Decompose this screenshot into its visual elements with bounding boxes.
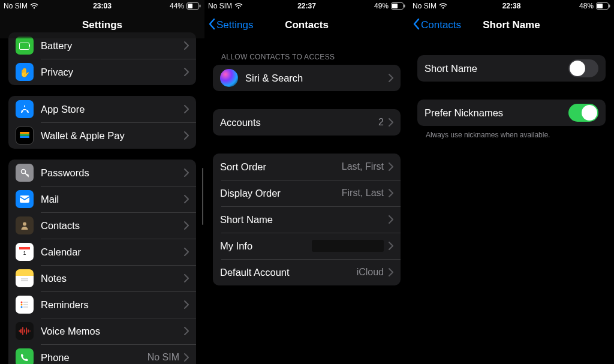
section-footer: Always use nicknames when available. <box>426 131 597 139</box>
chevron-right-icon <box>184 221 189 230</box>
row-label: Privacy <box>41 67 184 78</box>
chevron-right-icon <box>184 274 189 282</box>
nav-title: Settings <box>82 19 122 31</box>
svg-rect-5 <box>20 136 29 138</box>
svg-text:1: 1 <box>23 250 26 256</box>
row-reminders[interactable]: Reminders <box>8 291 196 318</box>
section-header-allow: ALLOW CONTACTS TO ACCESS <box>221 53 392 61</box>
row-accounts[interactable]: Accounts 2 <box>213 109 401 136</box>
chevron-right-icon <box>389 189 393 197</box>
chevron-right-icon <box>184 68 189 76</box>
chevron-right-icon <box>389 242 393 250</box>
row-mail[interactable]: Mail <box>8 186 196 212</box>
waveform-icon <box>16 322 34 340</box>
short-name-toggle[interactable] <box>568 59 598 77</box>
status-bar: No SIM 22:38 48% <box>409 0 614 12</box>
row-siri-search[interactable]: Siri & Search <box>213 65 401 91</box>
row-label: Display Order <box>220 188 342 199</box>
svg-point-14 <box>21 302 23 303</box>
svg-rect-4 <box>20 134 29 136</box>
row-default-account[interactable]: Default Account iCloud <box>213 259 401 285</box>
carrier-text: No SIM <box>4 2 28 10</box>
nav-title: Short Name <box>483 19 540 31</box>
nav-bar: Contacts Short Name <box>409 12 614 38</box>
clock-text: 22:37 <box>297 2 316 10</box>
svg-rect-3 <box>20 132 29 134</box>
svg-rect-7 <box>20 195 29 203</box>
settings-scroll[interactable]: Battery ✋ Privacy App Store Wallet & App… <box>0 32 204 364</box>
clock-text: 22:38 <box>502 2 521 10</box>
chevron-right-icon <box>184 327 189 335</box>
battery-pct-text: 44% <box>170 2 184 10</box>
back-button[interactable]: Settings <box>208 18 253 33</box>
row-label: Accounts <box>220 117 378 128</box>
chevron-right-icon <box>389 118 393 127</box>
battery-icon <box>16 37 34 55</box>
row-calendar[interactable]: 1 Calendar <box>8 239 196 265</box>
group-siri: Siri & Search <box>213 65 401 91</box>
group-prefer-nicknames: Prefer Nicknames <box>417 100 606 126</box>
person-icon <box>16 216 34 234</box>
row-phone[interactable]: Phone No SIM <box>8 344 196 364</box>
screen-short-name: No SIM 22:38 48% Contacts Short Name Sho… <box>409 0 614 364</box>
carrier-text: No SIM <box>413 2 437 10</box>
nav-bar: Settings Contacts <box>204 12 409 38</box>
row-privacy[interactable]: ✋ Privacy <box>8 59 196 85</box>
hand-icon: ✋ <box>16 63 34 81</box>
battery-icon <box>596 2 610 10</box>
row-label: App Store <box>41 104 184 115</box>
wallet-icon <box>16 127 34 145</box>
prefer-nicknames-toggle[interactable] <box>568 104 598 122</box>
battery-icon <box>391 2 405 10</box>
row-short-name-toggle: Short Name <box>417 55 606 82</box>
chevron-right-icon <box>184 131 189 140</box>
appstore-icon <box>16 100 34 118</box>
screen-contacts-settings: No SIM 22:37 49% Settings Contacts ALLOW… <box>204 0 409 364</box>
chevron-right-icon <box>389 74 393 82</box>
row-short-name[interactable]: Short Name <box>213 206 401 233</box>
chevron-right-icon <box>184 169 189 177</box>
row-label: Siri & Search <box>245 73 389 84</box>
row-appstore[interactable]: App Store <box>8 96 196 122</box>
phone-icon <box>16 348 34 364</box>
svg-rect-24 <box>597 4 603 8</box>
row-passwords[interactable]: Passwords <box>8 160 196 186</box>
group-accounts: Accounts 2 <box>213 109 401 136</box>
row-value: Last, First <box>342 161 384 172</box>
envelope-icon <box>16 190 34 208</box>
row-label: Phone <box>41 352 148 363</box>
chevron-right-icon <box>389 215 393 224</box>
row-contacts[interactable]: Contacts <box>8 212 196 239</box>
row-value: iCloud <box>357 267 384 278</box>
nav-bar: Settings <box>0 12 204 38</box>
redacted-value <box>312 240 384 252</box>
row-wallet[interactable]: Wallet & Apple Pay <box>8 122 196 149</box>
scrollbar-thumb[interactable] <box>202 168 204 225</box>
row-label: Sort Order <box>220 161 342 173</box>
row-label: Battery <box>41 40 184 52</box>
row-sort-order[interactable]: Sort Order Last, First <box>213 154 401 180</box>
svg-rect-2 <box>200 5 201 8</box>
row-voicememos[interactable]: Voice Memos <box>8 318 196 344</box>
settings-group-apps: Passwords Mail Contacts 1 Calendar Notes <box>8 160 196 364</box>
nav-title: Contacts <box>285 19 329 31</box>
notes-icon <box>16 269 34 287</box>
row-label: Notes <box>41 273 184 284</box>
svg-rect-9 <box>19 247 30 249</box>
svg-rect-25 <box>609 5 610 8</box>
svg-rect-1 <box>188 4 192 8</box>
row-my-info[interactable]: My Info <box>213 233 401 259</box>
row-label: Reminders <box>41 299 184 311</box>
svg-rect-22 <box>404 5 405 8</box>
settings-group-utilities: Battery ✋ Privacy <box>8 32 196 85</box>
wifi-icon <box>30 3 38 9</box>
row-notes[interactable]: Notes <box>8 265 196 291</box>
row-value: No SIM <box>148 352 179 363</box>
back-label: Contacts <box>421 19 461 31</box>
battery-pct-text: 48% <box>579 2 594 10</box>
chevron-right-icon <box>184 300 189 309</box>
row-display-order[interactable]: Display Order First, Last <box>213 180 401 206</box>
status-bar: No SIM 22:37 49% <box>204 0 409 12</box>
back-label: Settings <box>216 19 253 31</box>
back-button[interactable]: Contacts <box>413 18 461 33</box>
